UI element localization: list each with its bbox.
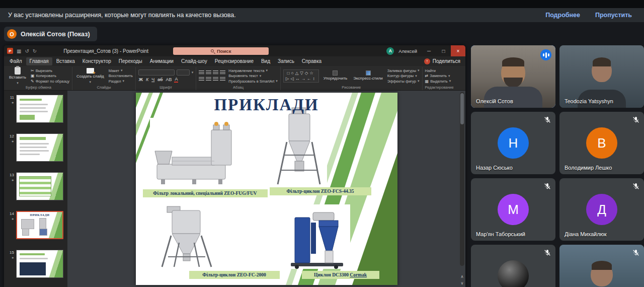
account-avatar[interactable]: А: [386, 47, 394, 55]
text-direction-button[interactable]: Направление текста▾: [228, 68, 278, 73]
paste-button[interactable]: Вставить ▾: [8, 67, 28, 85]
slide[interactable]: ПРИКЛАДИ: [136, 93, 397, 285]
thumbnail-slide-15[interactable]: [16, 250, 63, 278]
numbering-icon[interactable]: [206, 70, 211, 75]
tab-design[interactable]: Конструктор: [79, 57, 115, 65]
new-slide-button[interactable]: Создать слайд ▾: [75, 68, 106, 84]
participant-tile-diana[interactable]: Д Діана Михайлюк: [559, 178, 644, 241]
underline-button[interactable]: Ч: [151, 77, 155, 82]
powerpoint-app-icon: P: [7, 48, 13, 54]
image-cyclone-zeo-fc-2000: [157, 202, 216, 269]
align-right-icon[interactable]: [213, 77, 218, 82]
participant-tile-video-bottom[interactable]: [559, 245, 644, 287]
minimize-button[interactable]: ─: [422, 45, 436, 56]
indent-decrease-icon[interactable]: [213, 70, 218, 75]
paste-icon: [15, 67, 21, 75]
caption-dc3300: Циклон DC3300 Cormak: [302, 271, 379, 279]
slide-number: 12: [10, 134, 14, 138]
animation-star-icon: ∗: [12, 101, 14, 105]
shape-outline-button[interactable]: Контур фигуры▾: [387, 74, 420, 78]
align-left-icon[interactable]: [199, 77, 204, 82]
shape-fill-button[interactable]: Заливка фигуры▾: [387, 68, 420, 73]
tab-animations[interactable]: Анимации: [146, 57, 177, 65]
format-painter-button[interactable]: ✎Формат по образцу: [31, 79, 69, 84]
slide-title: ПРИКЛАДИ: [136, 96, 397, 114]
select-button[interactable]: ▦Выделить▾: [425, 79, 451, 84]
thumbnail-slide-11[interactable]: [16, 95, 63, 123]
thumbnail-slide-14-selected[interactable]: ПРИКЛАДИ: [16, 211, 63, 239]
next-slide-button[interactable]: ∨: [461, 281, 464, 285]
mic-off-icon: [632, 182, 640, 190]
quick-styles-icon: [366, 70, 371, 76]
replace-button[interactable]: ⇄Заменить▾: [425, 74, 451, 78]
align-center-icon[interactable]: [206, 77, 211, 82]
tab-file[interactable]: Файл: [6, 57, 26, 65]
participant-tile-oleksii-sotov[interactable]: Олексій Сотов: [471, 45, 555, 108]
quick-styles-button[interactable]: Экспресс-стили: [352, 70, 384, 81]
participant-tile-avatar-photo[interactable]: [471, 245, 555, 287]
tab-home[interactable]: Главная: [26, 57, 52, 65]
vertical-scrollbar[interactable]: [460, 92, 464, 266]
undo-icon[interactable]: ↺: [25, 48, 29, 54]
image-filter-zeo-fug-fuv: [150, 118, 247, 188]
tab-insert[interactable]: Вставка: [53, 57, 78, 65]
replace-icon: ⇄: [425, 74, 429, 78]
tab-record[interactable]: Запись: [274, 57, 298, 65]
bold-button[interactable]: Ж: [138, 77, 143, 82]
char-spacing-button[interactable]: АВ: [165, 77, 172, 82]
find-button[interactable]: Найти: [425, 68, 451, 73]
strikethrough-button[interactable]: аб: [157, 77, 163, 82]
brush-icon: ✎: [31, 79, 34, 84]
save-icon[interactable]: ▦: [17, 48, 21, 54]
thumbnail-row: 13∗: [6, 172, 67, 200]
group-label-slides: Слайды: [75, 85, 133, 90]
cut-button[interactable]: ✂Вырезать: [31, 68, 69, 73]
participant-tile-volodymyr[interactable]: В Володимир Лешко: [559, 112, 644, 174]
arrange-button[interactable]: Упорядочить: [322, 70, 349, 81]
tab-review[interactable]: Рецензирование: [211, 57, 257, 65]
participant-tile-nazar[interactable]: Н Назар Сюсько: [471, 112, 555, 174]
screenshare-powerpoint[interactable]: P ▦ ↺ ↻ Презентация_Сотов (3) - PowerPoi…: [4, 45, 465, 287]
caption-zeo-fug-fuv: Фільтр локальний, спеціальний ZEO-FUG/FU…: [143, 189, 268, 197]
extensions-banner: У вас установлены расширения, которые мо…: [0, 8, 644, 22]
cormak-link[interactable]: Cormak: [350, 272, 367, 277]
shape-effects-button[interactable]: Эффекты фигур▾: [387, 79, 420, 84]
justify-icon[interactable]: [220, 77, 225, 82]
redo-icon[interactable]: ↻: [33, 48, 37, 54]
scrollbar-thumb[interactable]: [460, 93, 464, 124]
share-button[interactable]: Поделиться: [433, 58, 460, 64]
group-label-font: Шрифт: [138, 85, 194, 90]
close-button[interactable]: ×: [451, 45, 465, 56]
bullets-icon[interactable]: [199, 70, 204, 75]
participant-tile-maryan[interactable]: М Мар'ян Таборський: [471, 178, 555, 241]
search-box[interactable]: Поиск: [173, 47, 269, 55]
indent-increase-icon[interactable]: [220, 70, 225, 75]
tab-slideshow[interactable]: Слайд-шоу: [178, 57, 211, 65]
thumbnail-slide-12[interactable]: [16, 133, 63, 162]
thumbnail-slide-13[interactable]: [16, 172, 63, 200]
group-drawing: □○△▽◇☆ ▷◁↔→←↕ Упорядочить Экспресс-стили…: [280, 67, 422, 90]
align-text-button[interactable]: Выровнять текст▾: [228, 74, 278, 78]
font-color-button[interactable]: А: [174, 77, 178, 83]
tab-view[interactable]: Вид: [258, 57, 274, 65]
previous-slide-button[interactable]: ∧: [461, 274, 464, 279]
tab-transitions[interactable]: Переходы: [115, 57, 146, 65]
copy-button[interactable]: ▣Копировать: [31, 74, 69, 78]
italic-button[interactable]: К: [145, 77, 149, 82]
maximize-button[interactable]: □: [436, 45, 451, 56]
group-label-drawing: Рисование: [283, 85, 420, 90]
group-label-paragraph: Абзац: [199, 85, 278, 90]
participant-tile-teodozia[interactable]: Teodozia Yatsyshyn: [559, 45, 644, 108]
banner-details-link[interactable]: Подробнее: [545, 12, 580, 19]
thumbnail-row: 14∗ ПРИКЛАДИ: [6, 211, 67, 239]
layout-button[interactable]: Макет▾: [109, 68, 133, 73]
smartart-button[interactable]: Преобразовать в SmartArt▾: [228, 79, 278, 84]
tab-help[interactable]: Справка: [298, 57, 325, 65]
font-name-combo[interactable]: [138, 69, 175, 76]
shapes-gallery[interactable]: □○△▽◇☆ ▷◁↔→←↕: [283, 69, 319, 83]
reset-button[interactable]: Восстановить: [109, 74, 133, 78]
section-button[interactable]: Раздел▾: [109, 79, 133, 84]
banner-skip-link[interactable]: Пропустить: [595, 12, 632, 19]
font-size-combo[interactable]: [177, 69, 190, 76]
mic-off-icon: [632, 116, 640, 124]
